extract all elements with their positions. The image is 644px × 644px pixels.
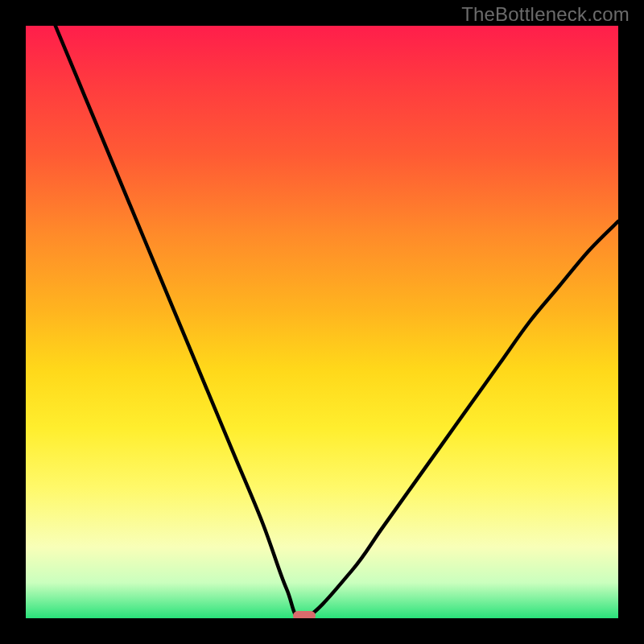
watermark-text: TheBottleneck.com [461, 3, 630, 26]
bottleneck-curve [26, 26, 618, 618]
dip-marker [293, 611, 316, 618]
chart-frame: TheBottleneck.com [0, 0, 644, 644]
plot-area [26, 26, 618, 618]
